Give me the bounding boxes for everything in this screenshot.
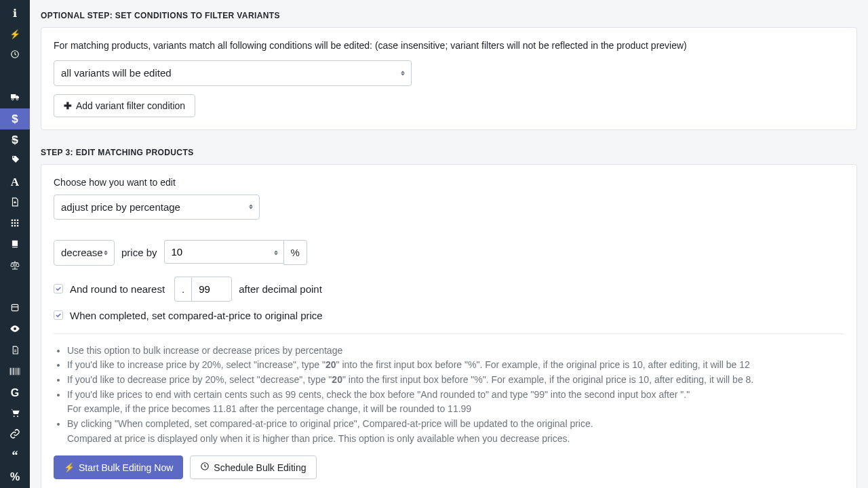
percent-icon: %	[10, 471, 20, 483]
link-icon	[9, 428, 20, 442]
nav-barcode[interactable]	[0, 361, 30, 382]
svg-point-3	[13, 157, 14, 158]
divider	[54, 333, 844, 334]
eye-icon	[9, 323, 20, 337]
svg-rect-11	[14, 224, 16, 226]
nav-file-plus[interactable]	[0, 192, 30, 214]
direction-select[interactable]: decrease	[54, 240, 115, 266]
quote-icon: “	[12, 453, 18, 459]
nav-quote[interactable]: “	[0, 445, 30, 466]
file-icon	[11, 345, 20, 357]
svg-rect-23	[20, 367, 20, 375]
round-checkbox[interactable]	[54, 284, 63, 293]
bolt-icon: ⚡	[9, 29, 20, 39]
edit-method-select[interactable]: adjust price by percentage	[54, 195, 260, 220]
main-content: OPTIONAL STEP: SET CONDITIONS TO FILTER …	[30, 0, 868, 488]
sidebar: ℹ ⚡ $ $ A G “ %	[0, 0, 30, 488]
hint-item: By clicking "When completed, set compare…	[67, 417, 844, 446]
svg-rect-6	[17, 219, 18, 220]
grid-icon	[10, 218, 20, 230]
variant-helper-text: For matching products, variants match al…	[54, 40, 844, 51]
start-bulk-editing-button[interactable]: ⚡ Start Bulk Editing Now	[54, 455, 183, 479]
bolt-icon: ⚡	[64, 462, 75, 472]
nav-link[interactable]	[0, 424, 30, 445]
package-icon	[10, 303, 20, 315]
start-bulk-editing-label: Start Bulk Editing Now	[79, 462, 173, 473]
svg-rect-20	[15, 367, 16, 375]
font-icon: A	[11, 176, 19, 189]
book-icon	[10, 239, 20, 251]
tag-icon	[10, 155, 20, 167]
svg-point-2	[16, 98, 18, 100]
nav-scale[interactable]	[0, 256, 30, 277]
google-icon: G	[11, 387, 19, 399]
plus-icon: ✚	[64, 100, 72, 111]
svg-point-16	[14, 327, 16, 330]
clock-outline-icon	[10, 49, 20, 62]
svg-rect-10	[12, 224, 13, 226]
svg-rect-21	[16, 367, 17, 375]
nav-font[interactable]: A	[0, 171, 30, 192]
add-variant-filter-button[interactable]: ✚ Add variant filter condition	[54, 94, 195, 117]
variant-filter-select[interactable]: all variants will be edited	[54, 60, 412, 86]
nav-tag[interactable]	[0, 150, 30, 171]
nav-cart[interactable]	[0, 403, 30, 424]
barcode-icon	[9, 366, 20, 378]
nav-bolt[interactable]: ⚡	[0, 24, 30, 45]
truck-icon	[9, 92, 20, 105]
compare-at-label: When completed, set compared-at-price to…	[70, 310, 323, 321]
svg-rect-17	[10, 367, 11, 375]
strikethrough-dollar-icon: $	[12, 134, 18, 147]
add-variant-filter-label: Add variant filter condition	[76, 100, 185, 111]
scale-icon	[9, 260, 20, 273]
svg-rect-14	[12, 245, 18, 246]
choose-label: Choose how you want to edit	[54, 177, 844, 188]
svg-rect-22	[18, 367, 18, 375]
after-decimal-label: after decimal point	[239, 283, 322, 295]
nav-clock[interactable]	[0, 45, 30, 66]
nav-dollar[interactable]: $	[0, 108, 30, 129]
edit-products-card: Choose how you want to edit adjust price…	[41, 164, 857, 489]
cents-input[interactable]	[191, 277, 232, 302]
hints-list: Use this option to bulk increase or decr…	[54, 344, 844, 447]
price-by-label: price by	[121, 247, 157, 258]
percent-addon: %	[283, 240, 307, 265]
step3-heading: STEP 3: EDIT MATCHING PRODUCTS	[41, 148, 857, 157]
svg-rect-12	[17, 224, 18, 226]
nav-eye[interactable]	[0, 319, 30, 340]
cart-icon	[9, 407, 20, 421]
hint-item: If you'd like prices to end with certain…	[67, 388, 844, 417]
svg-rect-18	[12, 367, 12, 375]
nav-percent[interactable]: %	[0, 466, 30, 487]
round-label: And round to nearest	[70, 283, 165, 295]
percentage-input[interactable]	[164, 240, 283, 264]
svg-rect-7	[12, 222, 13, 223]
optional-step-heading: OPTIONAL STEP: SET CONDITIONS TO FILTER …	[41, 11, 857, 20]
decimal-separator-addon: .	[174, 277, 191, 302]
svg-rect-9	[17, 222, 18, 223]
svg-rect-4	[12, 219, 13, 220]
svg-rect-5	[14, 219, 16, 220]
svg-rect-8	[14, 222, 16, 223]
info-icon: ℹ	[13, 7, 17, 20]
dollar-icon: $	[12, 113, 18, 126]
nav-truck[interactable]	[0, 87, 30, 108]
nav-dollar-strike[interactable]: $	[0, 129, 30, 150]
svg-point-24	[14, 415, 15, 417]
nav-info[interactable]: ℹ	[0, 3, 30, 24]
nav-google[interactable]: G	[0, 382, 30, 403]
hint-item: Use this option to bulk increase or decr…	[67, 344, 844, 359]
schedule-bulk-editing-button[interactable]: Schedule Bulk Editing	[190, 455, 316, 479]
nav-grid[interactable]	[0, 214, 30, 235]
compare-at-checkbox[interactable]	[54, 310, 63, 320]
variant-filter-card: For matching products, variants match al…	[41, 27, 857, 130]
clock-icon	[200, 462, 210, 473]
svg-point-1	[12, 98, 14, 100]
nav-package[interactable]	[0, 298, 30, 319]
svg-rect-19	[13, 367, 14, 375]
hint-item: If you'd like to decrease price by 20%, …	[67, 373, 844, 388]
svg-point-25	[17, 415, 18, 417]
nav-book[interactable]	[0, 235, 30, 256]
file-plus-icon	[10, 197, 20, 209]
nav-file[interactable]	[0, 340, 30, 361]
